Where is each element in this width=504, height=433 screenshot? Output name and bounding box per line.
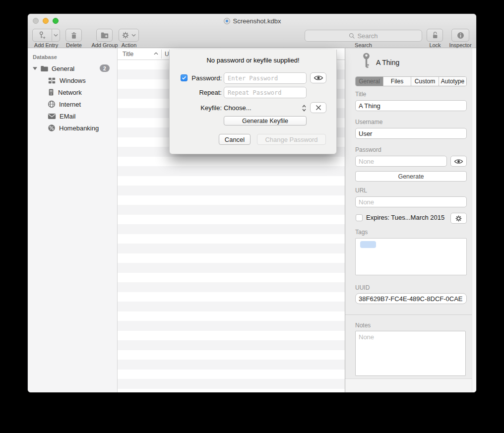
tags-box[interactable] [355, 238, 467, 275]
eye-icon [314, 74, 323, 81]
repeat-password-input[interactable] [224, 87, 307, 98]
sidebar-item-email[interactable]: EMail [28, 110, 117, 122]
chevron-down-icon[interactable] [52, 34, 60, 37]
sidebar: Database General 2 Windows [28, 48, 118, 392]
sidebar-item-label: EMail [60, 113, 76, 120]
url-field-label: URL [355, 187, 367, 194]
username-field[interactable] [355, 128, 467, 139]
sidebar-item-label: Homebanking [59, 124, 99, 132]
search-label: Search [305, 42, 422, 48]
globe-icon [48, 100, 56, 108]
tab-custom[interactable]: Custom [411, 77, 439, 86]
search-icon [349, 33, 355, 39]
key-plus-icon [33, 31, 52, 40]
sidebar-item-label: Network [58, 89, 82, 96]
sidebar-item-label: General [52, 65, 74, 72]
sidebar-item-homebanking[interactable]: Homebanking [28, 122, 117, 134]
add-group-button[interactable] [96, 29, 113, 42]
sort-ascending-icon [154, 52, 158, 55]
password-enabled-checkbox[interactable] [181, 74, 188, 81]
expires-settings-button[interactable] [450, 213, 467, 224]
entry-title: A Thing [376, 59, 399, 66]
sidebar-item-windows[interactable]: Windows [28, 74, 117, 86]
search-placeholder: Search [357, 32, 378, 40]
app-window: Screenshot.kdbx Add Entry Delete Add [28, 14, 476, 392]
action-label: Action [117, 42, 141, 48]
sheet-message: No password or keyfile supplied! [170, 57, 336, 64]
generate-password-button[interactable]: Generate [355, 171, 467, 182]
info-icon [456, 31, 465, 40]
sidebar-item-network[interactable]: Network [28, 86, 117, 98]
column-header-username[interactable]: U [165, 51, 169, 58]
key-icon [361, 52, 372, 70]
lock-label: Lock [423, 42, 447, 48]
tags-field-label: Tags [355, 229, 368, 236]
inspector-label: Inspector [446, 42, 474, 48]
windows-icon [48, 77, 56, 84]
document-icon [223, 17, 231, 25]
uuid-field-label: UUID [355, 284, 370, 291]
eye-icon [454, 158, 463, 165]
add-entry-button[interactable] [32, 29, 60, 42]
envelope-icon [48, 113, 56, 120]
sidebar-item-general[interactable]: General 2 [28, 62, 117, 74]
titlebar: Screenshot.kdbx [28, 14, 476, 28]
disclosure-triangle-icon[interactable] [33, 66, 37, 70]
inspector-scrollbar[interactable] [472, 48, 476, 392]
percent-icon [48, 124, 56, 132]
window-title: Screenshot.kdbx [233, 17, 281, 25]
url-field[interactable] [355, 196, 467, 207]
show-password-button[interactable] [310, 72, 326, 83]
notes-divider [345, 314, 476, 315]
gear-icon [455, 215, 462, 222]
delete-label: Delete [62, 42, 86, 48]
close-x-icon [315, 105, 321, 111]
tab-autotype[interactable]: Autotype [439, 77, 466, 86]
add-group-label: Add Group [88, 42, 122, 48]
sidebar-item-label: Windows [60, 77, 86, 84]
change-password-sheet: No password or keyfile supplied! Passwor… [169, 50, 337, 154]
uuid-field[interactable] [355, 293, 467, 304]
sidebar-item-label: Internet [59, 101, 81, 108]
column-header-title[interactable]: Title [123, 51, 133, 58]
inspector-footer [345, 378, 476, 392]
notes-field[interactable] [355, 331, 466, 376]
unlock-icon [431, 31, 439, 40]
chevron-down-icon [131, 34, 136, 37]
group-count-badge: 2 [100, 64, 110, 72]
new-password-input[interactable] [224, 72, 307, 84]
inspector-button[interactable] [451, 29, 469, 42]
lock-button[interactable] [427, 29, 443, 42]
column-divider[interactable] [161, 50, 162, 59]
folder-plus-icon [100, 31, 109, 39]
tab-files[interactable]: Files [383, 77, 411, 86]
password-field-label: Password [355, 146, 381, 153]
tag-chip[interactable] [360, 241, 376, 248]
keyfile-popup[interactable]: Choose... [224, 102, 307, 114]
cancel-button[interactable]: Cancel [219, 134, 251, 145]
action-button[interactable] [119, 29, 139, 42]
stepper-icon [302, 105, 307, 112]
notes-field-label: Notes [355, 322, 371, 329]
search-input[interactable]: Search [305, 30, 422, 42]
password-field[interactable] [355, 156, 447, 167]
clear-keyfile-button[interactable] [310, 102, 326, 113]
sidebar-item-internet[interactable]: Internet [28, 98, 117, 110]
tab-general[interactable]: General [356, 77, 383, 86]
expires-label: Expires: Tues...March 2015 [366, 214, 444, 221]
change-password-button[interactable]: Change Password [257, 134, 326, 145]
sidebar-section-header: Database [28, 54, 117, 62]
trash-icon [70, 31, 78, 40]
title-field[interactable] [355, 100, 467, 111]
window-chrome: Screenshot.kdbx Add Entry Delete Add [28, 14, 476, 48]
generate-keyfile-button[interactable]: Generate Keyfile [224, 116, 307, 125]
password-label: Password: [189, 74, 222, 82]
title-field-label: Title [355, 91, 366, 98]
delete-button[interactable] [65, 29, 82, 42]
username-field-label: Username [355, 119, 382, 125]
show-password-button[interactable] [450, 156, 467, 167]
repeat-label: Repeat: [189, 89, 222, 96]
expires-checkbox[interactable] [356, 214, 363, 221]
inspector-tabs: General Files Custom Autotype [355, 76, 467, 86]
inspector-panel: A Thing General Files Custom Autotype Ti… [345, 48, 476, 392]
